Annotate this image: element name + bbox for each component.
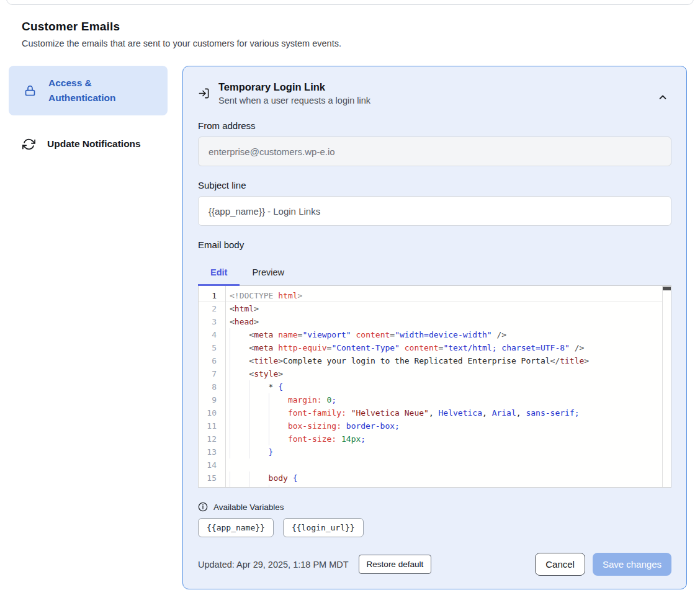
line-number: 10 — [199, 406, 225, 419]
log-in-icon — [198, 87, 210, 99]
variable-chip[interactable]: {{app_name}} — [198, 518, 274, 537]
code-line-5[interactable]: 5<meta http-equiv="Content-Type" content… — [199, 341, 671, 354]
code-line-8[interactable]: 8* { — [199, 380, 671, 393]
tab-edit[interactable]: Edit — [198, 262, 240, 285]
line-number: 16 — [199, 485, 225, 488]
code-line-4[interactable]: 4<meta name="viewport" content="width=de… — [199, 328, 671, 341]
code-line-15[interactable]: 15body { — [199, 472, 671, 485]
code-line-9[interactable]: 9margin: 0; — [199, 393, 671, 406]
email-settings-panel: Temporary Login Link Sent when a user re… — [182, 66, 687, 589]
panel-footer: Updated: Apr 29, 2025, 1:18 PM MDT Resto… — [198, 553, 671, 576]
page-title: Customer Emails — [22, 20, 687, 34]
chevron-up-icon — [658, 92, 668, 102]
collapse-panel-button[interactable] — [655, 90, 670, 105]
sidebar-item-update-notifications[interactable]: Update Notifications — [9, 130, 168, 158]
line-number: 3 — [199, 315, 225, 328]
info-icon — [198, 502, 208, 512]
code-line-16[interactable]: 16background-color: #f9f9f9; — [199, 485, 671, 488]
panel-subtitle: Sent when a user requests a login link — [218, 96, 370, 105]
from-address-label: From address — [198, 120, 671, 131]
line-number: 15 — [199, 472, 225, 485]
code-line-1[interactable]: 1<!DOCTYPE html> — [199, 289, 671, 302]
subject-line-label: Subject line — [198, 180, 671, 190]
sidebar-item-label: Access & Authentication — [48, 76, 141, 105]
editor-scrollbar-track[interactable] — [662, 286, 671, 487]
code-line-10[interactable]: 10font-family: "Helvetica Neue", Helveti… — [199, 406, 671, 419]
code-line-14[interactable]: 14 — [199, 458, 671, 472]
lock-icon — [24, 84, 37, 97]
available-variables-row: Available Variables — [198, 502, 671, 512]
line-number: 2 — [199, 302, 225, 315]
page-subtitle: Customize the emails that are sent to yo… — [22, 38, 687, 48]
line-number: 14 — [199, 458, 225, 472]
sidebar: Access & Authentication Update Notificat… — [9, 66, 168, 158]
save-changes-button[interactable]: Save changes — [593, 553, 671, 576]
tab-preview[interactable]: Preview — [240, 262, 297, 285]
line-number: 13 — [199, 445, 225, 458]
code-line-2[interactable]: 2<html> — [199, 302, 671, 315]
updated-timestamp: Updated: Apr 29, 2025, 1:18 PM MDT — [198, 560, 349, 570]
code-line-6[interactable]: 6<title>Complete your login to the Repli… — [199, 354, 671, 367]
line-number: 8 — [199, 380, 225, 393]
code-line-7[interactable]: 7<style> — [199, 367, 671, 380]
line-number: 6 — [199, 354, 225, 367]
previous-card-edge — [6, 0, 694, 5]
available-variables-label: Available Variables — [213, 503, 284, 512]
sidebar-item-label: Update Notifications — [47, 136, 141, 151]
email-body-label: Email body — [198, 239, 671, 250]
line-number: 12 — [199, 432, 225, 445]
line-number: 5 — [199, 341, 225, 354]
sidebar-item-access-authentication[interactable]: Access & Authentication — [9, 66, 168, 115]
editor-scrollbar-thumb[interactable] — [663, 287, 671, 290]
code-line-12[interactable]: 12font-size: 14px; — [199, 432, 671, 445]
code-line-13[interactable]: 13} — [199, 445, 671, 458]
restore-default-button[interactable]: Restore default — [359, 555, 432, 574]
refresh-icon — [22, 138, 35, 151]
line-number: 7 — [199, 367, 225, 380]
code-line-3[interactable]: 3<head> — [199, 315, 671, 328]
subject-line-input[interactable] — [198, 196, 671, 226]
panel-title: Temporary Login Link — [218, 81, 370, 93]
code-line-11[interactable]: 11box-sizing: border-box; — [199, 419, 671, 432]
editor-lines: 1<!DOCTYPE html>2<html>3<head>4<meta nam… — [199, 286, 671, 488]
line-number: 9 — [199, 393, 225, 406]
editor-tabs: Edit Preview — [198, 262, 671, 285]
line-number: 4 — [199, 328, 225, 341]
page-header: Customer Emails Customize the emails tha… — [22, 20, 687, 48]
panel-header: Temporary Login Link Sent when a user re… — [198, 81, 671, 105]
line-number: 11 — [199, 419, 225, 432]
cancel-button[interactable]: Cancel — [535, 553, 585, 576]
variable-chip[interactable]: {{login_url}} — [283, 518, 364, 537]
from-address-input[interactable] — [198, 136, 671, 166]
line-number: 1 — [199, 289, 225, 302]
content-layout: Access & Authentication Update Notificat… — [9, 66, 687, 589]
email-body-code-editor[interactable]: 1<!DOCTYPE html>2<html>3<head>4<meta nam… — [198, 285, 671, 488]
panel-header-text: Temporary Login Link Sent when a user re… — [218, 81, 370, 105]
variable-chips: {{app_name}}{{login_url}} — [198, 518, 671, 537]
